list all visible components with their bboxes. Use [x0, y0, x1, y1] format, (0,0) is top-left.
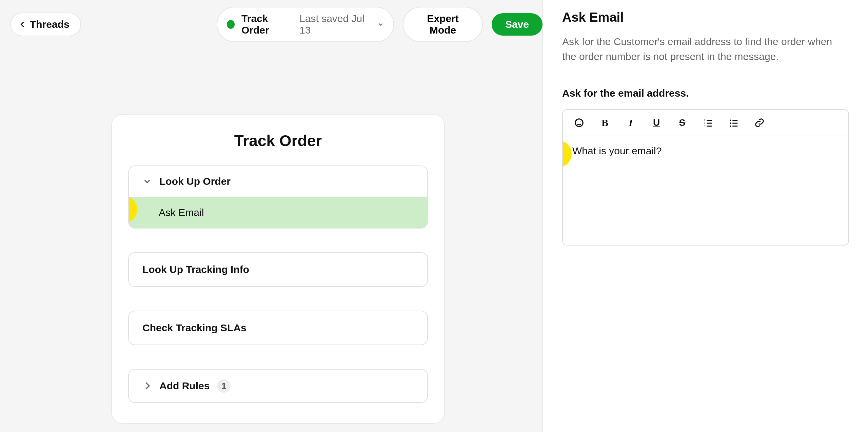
- status-dot-icon: [227, 20, 235, 29]
- substep-ask-email-label: Ask Email: [159, 207, 204, 218]
- step-look-up-tracking-info-label: Look Up Tracking Info: [129, 253, 427, 286]
- right-panel: Ask Email Ask for the Customer's email a…: [542, 0, 868, 432]
- save-button-label: Save: [505, 19, 529, 30]
- bold-icon[interactable]: B: [598, 116, 612, 130]
- workflow-status-pill[interactable]: Track Order Last saved Jul 13: [217, 7, 394, 42]
- detail-description: Ask for the Customer's email address to …: [562, 34, 849, 64]
- svg-point-2: [580, 122, 581, 122]
- step-check-tracking-slas[interactable]: Check Tracking SLAs: [128, 311, 428, 345]
- expert-mode-label: Expert Mode: [415, 13, 471, 36]
- emoji-icon[interactable]: [572, 116, 586, 130]
- svg-point-9: [730, 120, 731, 121]
- detail-subhead: Ask for the email address.: [562, 87, 849, 99]
- chevron-down-icon: [377, 21, 384, 28]
- chevron-down-icon: [142, 177, 152, 186]
- step-add-rules[interactable]: Add Rules 1: [128, 369, 428, 403]
- text-editor: 2 B I U S 123 What is your email?: [562, 109, 849, 246]
- save-button[interactable]: Save: [492, 13, 542, 36]
- expert-mode-button[interactable]: Expert Mode: [403, 7, 483, 42]
- topbar: Threads Track Order Last saved Jul 13 Ex…: [0, 0, 542, 42]
- threads-back-button[interactable]: Threads: [10, 13, 81, 36]
- add-rules-count-badge: 1: [217, 379, 231, 393]
- chevron-right-icon: [142, 381, 152, 391]
- unordered-list-icon[interactable]: [727, 116, 741, 130]
- chevron-left-icon: [19, 21, 26, 28]
- step-check-tracking-slas-label: Check Tracking SLAs: [129, 311, 427, 345]
- workflow-card-title: Track Order: [128, 132, 428, 150]
- svg-point-11: [730, 122, 731, 124]
- substep-ask-email[interactable]: Ask Email: [129, 197, 427, 228]
- workflow-name: Track Order: [241, 13, 293, 36]
- detail-title: Ask Email: [562, 10, 849, 25]
- editor-toolbar: B I U S 123: [563, 110, 848, 136]
- card-wrap: Track Order 1 Look Up Order Ask Email Lo…: [0, 42, 542, 424]
- strikethrough-icon[interactable]: S: [675, 116, 689, 130]
- underline-icon[interactable]: U: [650, 116, 663, 130]
- link-icon[interactable]: [753, 116, 766, 130]
- italic-icon[interactable]: I: [624, 116, 637, 130]
- main-canvas: Threads Track Order Last saved Jul 13 Ex…: [0, 0, 542, 432]
- topbar-center: Track Order Last saved Jul 13 Expert Mod…: [217, 7, 542, 42]
- step-look-up-order: 1 Look Up Order Ask Email: [128, 165, 428, 229]
- step-add-rules-label: Add Rules: [159, 380, 210, 392]
- svg-point-1: [577, 122, 578, 122]
- workflow-card: Track Order 1 Look Up Order Ask Email Lo…: [111, 114, 445, 424]
- ordered-list-icon[interactable]: 123: [701, 116, 715, 130]
- svg-point-0: [575, 119, 583, 127]
- svg-point-13: [730, 125, 731, 127]
- svg-text:3: 3: [704, 124, 706, 128]
- editor-textarea[interactable]: What is your email?: [563, 136, 848, 245]
- last-saved-text: Last saved Jul 13: [299, 13, 370, 36]
- step-look-up-tracking-info[interactable]: Look Up Tracking Info: [128, 252, 428, 287]
- threads-back-label: Threads: [30, 19, 70, 30]
- step-look-up-order-label: Look Up Order: [159, 176, 231, 187]
- step-look-up-order-header[interactable]: Look Up Order: [129, 166, 427, 197]
